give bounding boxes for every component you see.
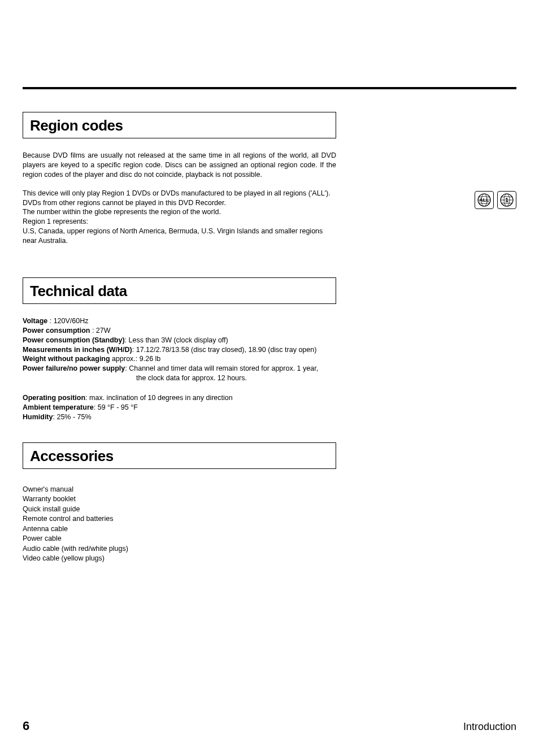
section-heading-region: Region codes (23, 112, 336, 138)
region-all-icon: ALL (475, 191, 494, 209)
region-row: This device will only play Region 1 DVDs… (23, 189, 516, 255)
tech-voltage: Voltage : 120V/60Hz (23, 316, 350, 326)
region-line5: U.S, Canada, upper regions of North Amer… (23, 227, 333, 246)
region-line3: The number within the globe represents t… (23, 207, 333, 217)
tech-power-standby: Power consumption (Standby): Less than 3… (23, 336, 350, 345)
list-item: Quick install guide (23, 505, 516, 515)
region-line4: Region 1 represents: (23, 217, 333, 227)
region-line2: DVDs from other regions cannot be played… (23, 198, 333, 208)
technical-block-1: Voltage : 120V/60Hz Power consumption : … (23, 316, 350, 383)
region-para2: This device will only play Region 1 DVDs… (23, 189, 333, 246)
technical-block-2: Operating position: max. inclination of … (23, 393, 350, 422)
heading-technical: Technical data (30, 283, 329, 300)
page-content: Region codes Because DVD films are usual… (23, 112, 516, 564)
region-line1: This device will only play Region 1 DVDs… (23, 189, 333, 198)
page-footer: 6 Introduction (23, 719, 516, 733)
svg-text:1: 1 (505, 197, 508, 203)
list-item: Warranty booklet (23, 494, 516, 505)
tech-weight: Weight without packaging approx.: 9.26 l… (23, 354, 350, 364)
tech-ambient: Ambient temperature: 59 °F - 95 °F (23, 403, 350, 412)
svg-text:ALL: ALL (479, 197, 489, 203)
list-item: Video cable (yellow plugs) (23, 554, 516, 564)
list-item: Owner's manual (23, 485, 516, 495)
heading-accessories: Accessories (30, 447, 329, 465)
horizontal-rule (23, 87, 516, 89)
accessories-list: Owner's manual Warranty booklet Quick in… (23, 485, 516, 564)
heading-region: Region codes (30, 117, 329, 134)
tech-operating: Operating position: max. inclination of … (23, 393, 350, 403)
tech-power-failure-2: the clock data for approx. 12 hours. (136, 373, 350, 383)
list-item: Power cable (23, 534, 516, 544)
region-icons: ALL 1 (475, 191, 516, 209)
page-number: 6 (23, 719, 29, 733)
footer-section-label: Introduction (463, 721, 516, 733)
list-item: Audio cable (with red/white plugs) (23, 544, 516, 554)
tech-measurements: Measurements in inches (W/H/D): 17.12/2.… (23, 345, 350, 355)
section-heading-technical: Technical data (23, 277, 336, 304)
list-item: Antenna cable (23, 524, 516, 535)
tech-power: Power consumption : 27W (23, 326, 350, 336)
list-item: Remote control and batteries (23, 514, 516, 524)
region-para1: Because DVD films are usually not releas… (23, 151, 336, 180)
tech-humidity: Humidity: 25% - 75% (23, 412, 350, 422)
section-heading-accessories: Accessories (23, 442, 336, 469)
region-1-icon: 1 (497, 191, 516, 209)
tech-power-failure: Power failure/no power supply: Channel a… (23, 364, 350, 373)
